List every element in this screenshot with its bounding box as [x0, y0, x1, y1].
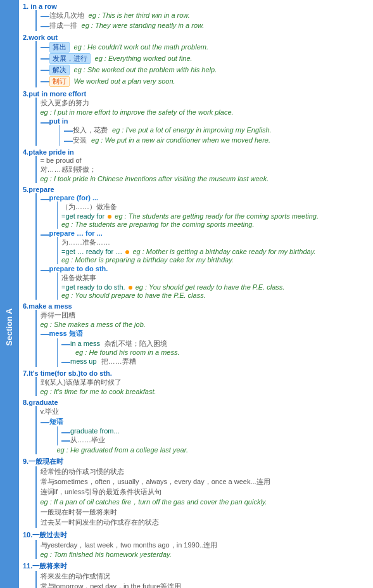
entry-8-phrase: 短语 graduate from...: [41, 417, 370, 454]
mini-bar: [64, 131, 73, 132]
entry-1-sub-2: 排成一排 eg : They were standing neatly in a…: [41, 21, 370, 30]
entry-4-title: 4.ptake pride in: [23, 148, 369, 156]
entry-1-label: 1. in a row: [23, 3, 57, 10]
mini-bar: [41, 270, 49, 271]
entry-6-body: 弄得一团糟 eg : She makes a mess of the job. …: [35, 310, 369, 367]
mini-bar: [41, 234, 49, 236]
entry-2-v-group: 算出 eg : He couldn't work out the math pr…: [35, 41, 369, 87]
v-bar: [60, 125, 61, 146]
entry-8-title: 8.graduate: [23, 399, 369, 406]
entry-2-v-entries: 算出 eg : He couldn't work out the math pr…: [41, 41, 370, 87]
entry-2-sub-1: 算出 eg : He couldn't work out the math pr…: [41, 42, 370, 53]
entry-2: 2.work out 算出 eg : He couldn't work out …: [23, 34, 369, 87]
mini-bar: [41, 422, 49, 423]
entry-3-putin: put in 投入，花费: [41, 117, 370, 146]
entry-5-prepare-for: prepare (for) ... （为……）做准备: [41, 194, 370, 229]
mini-bar: [64, 141, 73, 142]
v-bar: [57, 237, 58, 264]
entry-7: 7.It's time(for sb.)to do sth. 到(某人)该做某事…: [23, 369, 369, 396]
mini-bar: [61, 344, 70, 345]
mini-bar: [41, 26, 49, 27]
entry-1-title: 1. in a row: [23, 3, 369, 10]
v-bar: [57, 201, 58, 229]
v-bar: [35, 10, 37, 31]
mini-bar: [61, 362, 70, 363]
mini-bar: [41, 81, 49, 82]
entry-5-body: prepare (for) ... （为……）做准备: [35, 193, 369, 300]
main-content: 1. in a row 连续几次地 eg : This is her third…: [18, 0, 373, 588]
entry-10-title: 10.一般过去时: [23, 530, 369, 540]
page-wrapper: Section A 1. in a row 连续几次地 eg : This is…: [0, 0, 373, 588]
entry-1-sub-2-content: 排成一排 eg : They were standing neatly in a…: [49, 21, 370, 30]
v-bar: [35, 466, 37, 528]
v-bar: [57, 426, 58, 445]
entry-1: 1. in a row 连续几次地 eg : This is her third…: [23, 3, 369, 31]
entry-3-putin-subs: 投入，花费 eg : I've put a lot of energy in i…: [60, 125, 370, 146]
entry-2-subs: 算出 eg : He couldn't work out the math pr…: [35, 41, 369, 87]
entry-3-cn-main: 投入更多的努力: [41, 98, 370, 108]
entry-5-title: 5.prepare: [23, 186, 369, 193]
entry-2-title: 2.work out: [23, 34, 369, 41]
entry-5: 5.prepare prepare (for) ...: [23, 186, 369, 300]
mini-bar: [41, 70, 49, 71]
v-bar: [35, 98, 37, 146]
entry-3-eg-main: eg : I put in more effort to improve the…: [41, 108, 370, 116]
mini-bar: [41, 199, 49, 200]
v-bar: [35, 310, 37, 367]
entry-3-title: 3.put in more effort: [23, 90, 369, 98]
mini-bar: [41, 47, 49, 48]
entry-1-v-group: 连续几次地 eg : This is her third win in a ro…: [35, 10, 369, 31]
entry-1-sub-1: 连续几次地 eg : This is her third win in a ro…: [41, 11, 370, 20]
entry-6-mess-phrase: mess 短语 in a mess: [41, 329, 370, 367]
entry-7-body: 到(某人)该做某事的时候了 eg : It's time for me to c…: [35, 377, 369, 396]
mini-bar: [61, 432, 70, 433]
entry-11: 11.一般将来时 将来发生的动作或情况 常与tomorrow，next day，…: [23, 561, 369, 588]
mini-bar: [41, 334, 49, 335]
entry-2-sub-4: 制订 We worked out a plan very soon.: [41, 76, 370, 87]
entry-8-body: v.毕业 短语: [35, 406, 369, 454]
entry-8: 8.graduate v.毕业 短语: [23, 399, 369, 454]
entry-3-body: 投入更多的努力 eg : I put in more effort to imp…: [35, 98, 369, 146]
v-bar: [35, 571, 37, 588]
mini-bar: [41, 16, 49, 17]
entry-7-title: 7.It's time(for sb.)to do sth.: [23, 369, 369, 377]
mini-bar: [41, 122, 49, 124]
entry-9-title: 9.一般现在时: [23, 457, 369, 466]
entry-9-body: 经常性的动作或习惯的状态 常与sometimes，often，usually，a…: [35, 466, 369, 528]
v-bar: [35, 377, 37, 396]
entry-3-v-entries: 投入更多的努力 eg : I put in more effort to imp…: [41, 98, 370, 146]
entry-11-title: 11.一般将来时: [23, 561, 369, 571]
entry-6: 6.make a mess 弄得一团糟 eg : She makes a mes…: [23, 302, 369, 367]
v-bar: [35, 193, 37, 300]
v-bar: [57, 338, 58, 367]
section-label: Section A: [0, 0, 18, 588]
entry-3-v-group: 投入更多的努力 eg : I put in more effort to imp…: [35, 98, 369, 146]
entry-11-body: 将来发生的动作或情况 常与tomorrow，next day，in the fu…: [35, 571, 369, 588]
entry-2-sub-2: 发展，进行 eg : Everything worked out fine.: [41, 53, 370, 64]
mini-bar: [41, 58, 49, 60]
entry-4-body: = be proud of 对……感到骄傲； eg : I took pride…: [35, 156, 369, 183]
entry-3: 3.put in more effort 投入更多的努力 eg : I put …: [23, 90, 369, 146]
entry-5-prepare-for2: prepare … for ... 为……准备……: [41, 229, 370, 264]
entry-10-body: 与yesterday，last week，two months ago，in 1…: [35, 540, 369, 559]
entry-1-subs: 连续几次地 eg : This is her third win in a ro…: [35, 10, 369, 31]
entry-1-sub-1-content: 连续几次地 eg : This is her third win in a ro…: [49, 11, 370, 20]
entry-1-v-entries: 连续几次地 eg : This is her third win in a ro…: [41, 10, 370, 31]
entry-5-prepare-todo: prepare to do sth. 准备做某事: [41, 265, 370, 300]
entry-10: 10.一般过去时 与yesterday，last week，two months…: [23, 530, 369, 559]
v-bar: [35, 156, 37, 183]
v-bar: [35, 540, 37, 559]
entry-9: 9.一般现在时 经常性的动作或习惯的状态 常与sometimes，often，u…: [23, 457, 369, 528]
v-bar: [35, 41, 37, 87]
v-bar: [57, 272, 58, 300]
mini-bar: [61, 440, 70, 442]
entry-4: 4.ptake pride in = be proud of 对……感到骄傲； …: [23, 148, 369, 183]
entry-2-sub-3: 解决 eg : She worked out the problem with …: [41, 65, 370, 75]
entry-6-title: 6.make a mess: [23, 302, 369, 310]
v-bar: [35, 406, 37, 454]
